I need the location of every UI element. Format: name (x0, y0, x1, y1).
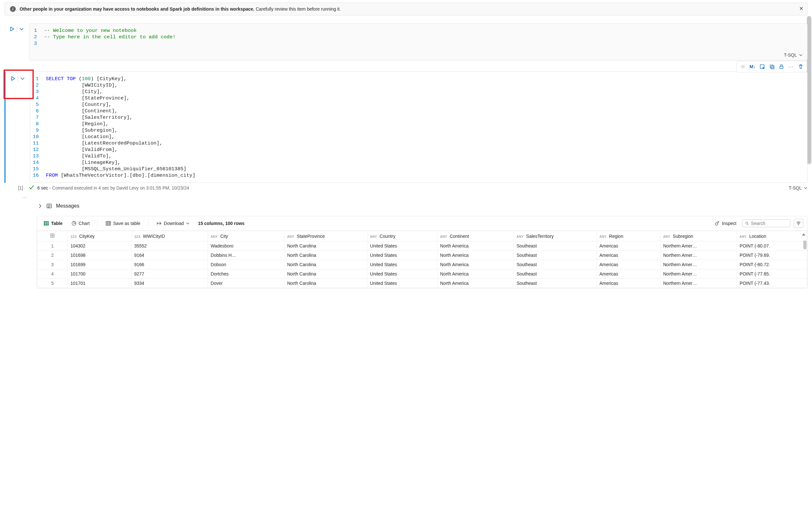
table-cell[interactable]: 9277 (132, 269, 208, 279)
table-cell[interactable]: North America (437, 251, 514, 260)
search-box[interactable] (742, 219, 790, 227)
table-header-row: 123 CityKey123 WWICityIDANY CityANY Stat… (37, 231, 807, 241)
table-cell[interactable]: North Carolina (285, 260, 368, 269)
search-input[interactable] (751, 221, 788, 226)
duplicate-icon[interactable] (767, 62, 777, 71)
table-cell[interactable]: 101698 (68, 251, 132, 260)
table-cell[interactable]: Southeast (514, 241, 597, 251)
row-number-header[interactable] (37, 231, 68, 241)
table-row[interactable]: 41017009277DortchesNorth CarolinaUnited … (37, 269, 807, 279)
run-icon[interactable] (10, 26, 15, 31)
results-table[interactable]: 123 CityKey123 WWICityIDANY CityANY Stat… (37, 231, 807, 288)
table-cell[interactable]: 9164 (132, 251, 208, 260)
table-cell[interactable]: Southeast (514, 260, 597, 269)
table-cell[interactable]: North Carolina (285, 251, 368, 260)
column-header[interactable]: ANY Subregion (660, 231, 737, 241)
table-cell[interactable]: Americas (597, 269, 660, 279)
table-cell[interactable]: North America (437, 260, 514, 269)
messages-row[interactable]: Messages (4, 200, 808, 211)
scroll-up-icon[interactable] (802, 233, 805, 236)
table-cell[interactable]: Wadesboro (208, 241, 285, 251)
more-icon[interactable]: ··· (786, 62, 796, 71)
table-cell[interactable]: United States (367, 260, 437, 269)
cell1-body[interactable]: 123 -- Welcome to your new notebook-- Ty… (29, 23, 808, 60)
table-cell[interactable]: Dobbins H… (208, 251, 285, 260)
table-cell[interactable]: North Carolina (285, 269, 368, 279)
table-cell[interactable]: United States (367, 251, 437, 260)
view-chart-button[interactable]: Chart (68, 219, 92, 227)
info-icon: i (10, 6, 16, 12)
run-icon[interactable] (10, 76, 16, 81)
copilot-icon[interactable] (738, 62, 748, 71)
cell2-code[interactable]: 12345678910111213141516 SELECT TOP (100)… (30, 72, 807, 183)
table-row[interactable]: 51017019334DoverNorth CarolinaUnited Sta… (37, 279, 807, 288)
table-cell[interactable]: 35552 (132, 241, 208, 251)
table-cell[interactable]: Americas (597, 241, 660, 251)
table-scrollbar[interactable] (803, 240, 807, 249)
column-header[interactable]: ANY SalesTerritory (514, 231, 597, 241)
table-row[interactable]: 21016989164Dobbins H…North CarolinaUnite… (37, 251, 807, 260)
language-selector[interactable]: T-SQL (789, 185, 808, 191)
column-header[interactable]: ANY Region (597, 231, 660, 241)
table-cell[interactable]: Northern Amer… (660, 260, 737, 269)
table-cell[interactable]: Northern Amer… (660, 241, 737, 251)
lock-icon[interactable] (777, 62, 786, 71)
column-header[interactable]: ANY StateProvince (285, 231, 368, 241)
table-cell[interactable]: Americas (597, 279, 660, 288)
filter-button[interactable] (794, 219, 803, 228)
language-selector[interactable]: T-SQL (784, 52, 803, 58)
view-table-button[interactable]: Table (41, 219, 65, 227)
table-cell[interactable]: 9166 (132, 260, 208, 269)
table-row[interactable]: 110430235552WadesboroNorth CarolinaUnite… (37, 241, 807, 251)
save-as-table-button[interactable]: Save as table (103, 219, 143, 227)
download-button[interactable]: Download (154, 219, 192, 227)
delete-icon[interactable] (796, 62, 806, 71)
table-cell[interactable]: Northern Amer… (660, 269, 737, 279)
more-actions-icon[interactable]: ··· (4, 195, 808, 200)
table-cell[interactable]: 101700 (68, 269, 132, 279)
table-cell[interactable]: 101699 (68, 260, 132, 269)
table-cell[interactable]: Northern Amer… (660, 279, 737, 288)
column-header[interactable]: ANY Continent (437, 231, 514, 241)
clear-output-icon[interactable] (757, 62, 767, 71)
table-cell[interactable]: North America (437, 279, 514, 288)
close-icon[interactable]: ✕ (799, 5, 803, 11)
table-cell[interactable]: Southeast (514, 251, 597, 260)
chevron-down-icon[interactable] (20, 76, 25, 81)
table-cell[interactable]: POINT (-80.72. (737, 260, 807, 269)
svg-point-28 (715, 223, 718, 225)
table-cell[interactable]: Southeast (514, 269, 597, 279)
table-cell[interactable]: Americas (597, 260, 660, 269)
table-cell[interactable]: North Carolina (285, 241, 368, 251)
table-cell[interactable]: POINT (-79.69. (737, 251, 807, 260)
column-header[interactable]: ANY Country (367, 231, 437, 241)
chevron-down-icon[interactable] (19, 26, 24, 31)
table-cell[interactable]: North America (437, 269, 514, 279)
inspect-button[interactable]: Inspect (712, 219, 739, 227)
table-cell[interactable]: Dobson (208, 260, 285, 269)
table-cell[interactable]: Americas (597, 251, 660, 260)
table-cell[interactable]: POINT (-80.07. (737, 241, 807, 251)
column-header[interactable]: 123 CityKey (68, 231, 132, 241)
table-cell[interactable]: 9334 (132, 279, 208, 288)
cell2-body[interactable]: M↓ ··· 12345678910111213141516 SELECT TO… (30, 72, 808, 183)
table-cell[interactable]: Northern Amer… (660, 251, 737, 260)
column-header[interactable]: ANY City (208, 231, 285, 241)
table-cell[interactable]: POINT (-77.85. (737, 269, 807, 279)
table-cell[interactable]: Southeast (514, 279, 597, 288)
table-cell[interactable]: 104302 (68, 241, 132, 251)
table-cell[interactable]: POINT (-77.43. (737, 279, 807, 288)
markdown-button[interactable]: M↓ (748, 62, 757, 71)
table-cell[interactable]: 101701 (68, 279, 132, 288)
cell1-code[interactable]: 123 -- Welcome to your new notebook-- Ty… (29, 24, 807, 51)
table-cell[interactable]: North Carolina (285, 279, 368, 288)
column-header[interactable]: ANY Location (737, 231, 807, 241)
table-cell[interactable]: United States (367, 279, 437, 288)
table-row[interactable]: 31016999166DobsonNorth CarolinaUnited St… (37, 260, 807, 269)
table-cell[interactable]: North America (437, 241, 514, 251)
table-cell[interactable]: United States (367, 241, 437, 251)
column-header[interactable]: 123 WWICityID (132, 231, 208, 241)
table-cell[interactable]: Dortches (208, 269, 285, 279)
table-cell[interactable]: Dover (208, 279, 285, 288)
table-cell[interactable]: United States (367, 269, 437, 279)
